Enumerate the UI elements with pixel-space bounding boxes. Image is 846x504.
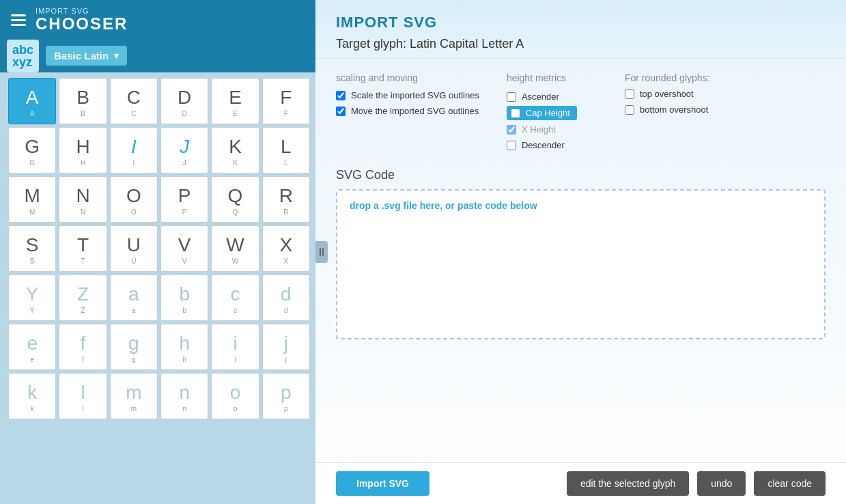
glyph-cell[interactable]: PP bbox=[160, 176, 208, 223]
glyph-cell[interactable]: VV bbox=[160, 225, 208, 272]
svg-code-textarea[interactable] bbox=[350, 216, 812, 328]
cap-height-option[interactable]: Cap Height bbox=[507, 106, 577, 120]
glyph-cell[interactable]: KK bbox=[211, 127, 259, 173]
glyph-cell[interactable]: DD bbox=[160, 78, 208, 124]
chevron-down-icon: ▾ bbox=[114, 51, 119, 61]
glyph-label: C bbox=[131, 110, 136, 117]
descender-checkbox[interactable] bbox=[507, 141, 516, 150]
glyph-cell[interactable]: nn bbox=[160, 373, 208, 419]
glyph-cell[interactable]: EE bbox=[211, 78, 259, 124]
x-height-option[interactable]: X Height bbox=[507, 123, 577, 136]
glyph-cell[interactable]: hh bbox=[160, 324, 208, 370]
glyph-cell[interactable]: ee bbox=[8, 324, 56, 370]
glyph-cell[interactable]: cc bbox=[211, 275, 259, 321]
move-label: Move the imported SVG outlines bbox=[351, 106, 479, 116]
svg-drop-area[interactable]: drop a .svg file here, or paste code bel… bbox=[336, 189, 826, 339]
side-handle[interactable] bbox=[315, 241, 328, 263]
glyph-cell[interactable]: bb bbox=[160, 275, 208, 321]
bottom-overshoot-checkbox[interactable] bbox=[625, 105, 634, 115]
glyph-character: X bbox=[279, 235, 292, 256]
glyph-label: n bbox=[182, 405, 186, 412]
glyph-cell[interactable]: UU bbox=[110, 225, 158, 272]
glyph-cell[interactable]: SS bbox=[8, 225, 56, 272]
glyph-cell[interactable]: ZZ bbox=[59, 275, 107, 321]
glyph-cell[interactable]: BB bbox=[59, 78, 107, 124]
glyph-cell[interactable]: ff bbox=[59, 324, 107, 370]
descender-option[interactable]: Descender bbox=[507, 139, 577, 152]
x-height-checkbox[interactable] bbox=[507, 125, 516, 135]
glyph-cell[interactable]: TT bbox=[59, 225, 107, 272]
glyph-cell[interactable]: dd bbox=[262, 275, 310, 321]
glyph-character: Y bbox=[26, 284, 39, 305]
ascender-checkbox[interactable] bbox=[507, 92, 516, 102]
glyph-cell[interactable]: ll bbox=[59, 373, 107, 419]
glyph-cell[interactable]: GG bbox=[8, 127, 56, 173]
glyph-cell[interactable]: NN bbox=[59, 176, 107, 223]
clear-code-button[interactable]: clear code bbox=[754, 471, 826, 496]
glyph-character: o bbox=[230, 382, 241, 404]
glyph-cell[interactable]: MM bbox=[8, 176, 56, 223]
glyph-cell[interactable]: HH bbox=[59, 127, 107, 173]
glyph-label: S bbox=[30, 257, 35, 265]
glyph-cell[interactable]: II bbox=[110, 127, 158, 173]
glyph-cell[interactable]: pp bbox=[262, 373, 310, 419]
x-height-label: X Height bbox=[522, 124, 556, 135]
glyph-cell[interactable]: kk bbox=[8, 373, 56, 419]
move-checkbox[interactable] bbox=[336, 107, 346, 116]
glyph-cell[interactable]: gg bbox=[110, 324, 158, 370]
glyph-cell[interactable]: OO bbox=[110, 176, 158, 223]
scaling-section: scaling and moving Scale the imported SV… bbox=[336, 72, 479, 152]
glyph-character: S bbox=[26, 235, 39, 256]
top-overshoot-option: top overshoot bbox=[625, 89, 710, 99]
glyph-character: B bbox=[76, 87, 89, 109]
glyph-cell[interactable]: oo bbox=[211, 373, 259, 419]
glyph-cell[interactable]: LL bbox=[262, 127, 310, 173]
glyph-label: i bbox=[234, 356, 236, 363]
glyph-label: I bbox=[132, 159, 135, 167]
ascender-option[interactable]: Ascender bbox=[507, 90, 577, 103]
glyph-cell[interactable]: FF bbox=[262, 78, 310, 124]
abc-icon: abcxyz bbox=[7, 40, 39, 72]
glyph-cell[interactable]: AA bbox=[8, 78, 56, 124]
glyph-character: f bbox=[81, 333, 86, 354]
height-metrics-section: height metrics Ascender Cap Height X Hei… bbox=[507, 72, 577, 152]
glyph-label: H bbox=[81, 159, 85, 167]
glyph-character: G bbox=[25, 137, 40, 158]
glyph-label: R bbox=[283, 208, 288, 216]
glyph-cell[interactable]: aa bbox=[110, 275, 158, 321]
header-title: CHOOSER bbox=[36, 15, 128, 33]
glyph-cell[interactable]: CC bbox=[110, 78, 158, 124]
glyph-character: U bbox=[127, 235, 141, 256]
import-svg-button[interactable]: Import SVG bbox=[336, 471, 429, 496]
glyph-cell[interactable]: QQ bbox=[211, 176, 259, 223]
glyph-label: p bbox=[284, 405, 288, 412]
glyph-cell[interactable]: WW bbox=[211, 225, 259, 272]
glyph-cell[interactable]: mm bbox=[110, 373, 158, 419]
cap-height-checkbox[interactable] bbox=[511, 109, 520, 118]
glyph-label: b bbox=[182, 307, 186, 314]
glyph-cell[interactable]: jj bbox=[262, 324, 310, 370]
glyph-label: d bbox=[284, 307, 288, 314]
glyph-character: M bbox=[25, 186, 40, 207]
range-selector-button[interactable]: Basic Latin ▾ bbox=[46, 46, 127, 66]
glyph-label: k bbox=[31, 405, 34, 412]
top-overshoot-checkbox[interactable] bbox=[625, 89, 634, 99]
glyph-cell[interactable]: ii bbox=[211, 324, 259, 370]
glyph-label: Q bbox=[233, 208, 238, 216]
glyph-label: V bbox=[182, 257, 187, 265]
glyph-character: T bbox=[77, 235, 89, 256]
menu-button[interactable] bbox=[11, 14, 26, 26]
glyph-character: O bbox=[126, 186, 141, 207]
glyph-cell[interactable]: YY bbox=[8, 275, 56, 321]
scale-checkbox[interactable] bbox=[336, 91, 346, 100]
glyph-label: O bbox=[131, 208, 137, 216]
ascender-label: Ascender bbox=[522, 92, 559, 102]
glyph-label: f bbox=[82, 356, 84, 363]
svg-code-label: SVG Code bbox=[336, 168, 826, 182]
undo-button[interactable]: undo bbox=[697, 471, 746, 496]
glyph-label: U bbox=[131, 257, 136, 265]
edit-glyph-button[interactable]: edit the selected glyph bbox=[567, 471, 689, 496]
glyph-cell[interactable]: XX bbox=[262, 225, 310, 272]
glyph-cell[interactable]: JJ bbox=[160, 127, 208, 173]
glyph-cell[interactable]: RR bbox=[262, 176, 310, 223]
